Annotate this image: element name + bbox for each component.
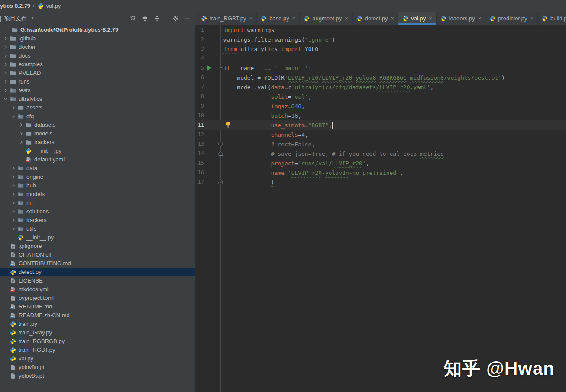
tree-item-models[interactable]: models (0, 190, 195, 199)
bulb-icon[interactable] (226, 122, 231, 129)
chevron-right-icon[interactable] (10, 200, 16, 206)
tree-item-cfg[interactable]: cfg (0, 112, 195, 121)
code-line-9[interactable]: 9 imgsz=640, (195, 101, 566, 111)
tree-item-pyproject.toml[interactable]: [t]pyproject.toml (0, 294, 195, 302)
chevron-right-icon[interactable] (3, 87, 9, 93)
tab-augment.py[interactable]: augment.py× (300, 12, 353, 25)
run-icon[interactable] (204, 65, 214, 71)
tree-item-train_RGBT.py[interactable]: train_RGBT.py (0, 346, 195, 354)
code-line-12[interactable]: 12 channels=4, (195, 130, 566, 139)
code-text[interactable]: if __name__ == '__main__': (223, 65, 312, 71)
tree-item-train_RGBRGB.py[interactable]: train_RGBRGB.py (0, 337, 195, 346)
chevron-right-icon[interactable] (10, 105, 16, 111)
code-text[interactable]: imgsz=640, (223, 103, 305, 109)
locate-icon[interactable] (129, 15, 136, 22)
code-line-6[interactable]: 6 model = YOLO(R'LLVIP_r20/LLVIP_r20-yol… (195, 73, 566, 82)
tab-close-icon[interactable]: × (249, 15, 253, 22)
tree-item-mkdocs.yml[interactable]: YMLmkdocs.yml (0, 285, 195, 294)
settings-icon[interactable] (172, 15, 179, 22)
breadcrumb-file[interactable]: val.py (46, 3, 61, 9)
tree-item-PVELAD[interactable]: PVELAD (0, 69, 195, 77)
code-line-7[interactable]: 7 model.val(data=r'ultralytics/cfg/datas… (195, 82, 566, 92)
fold-marker-icon[interactable] (214, 141, 223, 147)
tree-item-utils[interactable]: utils (0, 225, 195, 233)
tree-item-val.py[interactable]: val.py (0, 354, 195, 363)
chevron-right-icon[interactable] (10, 183, 16, 189)
chevron-right-icon[interactable] (3, 70, 9, 76)
tree-item-LICENSE[interactable]: LICENSE (0, 276, 195, 285)
chevron-right-icon[interactable] (10, 165, 16, 171)
tree-item-examples[interactable]: examples (0, 60, 195, 69)
line-number[interactable]: 11 (195, 122, 204, 128)
tab-close-icon[interactable]: × (292, 15, 296, 22)
hide-icon[interactable] (184, 16, 191, 22)
line-number[interactable]: 9 (195, 103, 204, 109)
code-text[interactable]: ) (223, 179, 274, 186)
code-line-4[interactable]: 4 (195, 54, 566, 63)
line-number[interactable]: 4 (195, 55, 204, 61)
chevron-right-icon[interactable] (3, 79, 9, 85)
code-line-16[interactable]: 16 name='LLVIP_r20-yolov8n-no_pretrained… (195, 168, 566, 177)
line-number[interactable]: 14 (195, 151, 204, 157)
code-text[interactable]: from ultralytics import YOLO (223, 46, 318, 52)
line-number[interactable]: 10 (195, 112, 204, 119)
chevron-right-icon[interactable] (3, 35, 9, 42)
chevron-down-icon[interactable] (10, 113, 16, 119)
code-editor[interactable]: 1import warnings2warnings.filterwarnings… (195, 25, 566, 392)
code-line-11[interactable]: 11 use_simotm="RGBT", (195, 120, 566, 130)
tree-item-README.zh-CN.md[interactable]: MDREADME.zh-CN.md (0, 311, 195, 320)
tree-item-nn[interactable]: nn (0, 199, 195, 207)
chevron-right-icon[interactable] (3, 44, 9, 50)
tree-item-models[interactable]: models (0, 129, 195, 138)
tab-loaders.py[interactable]: loaders.py× (437, 12, 486, 25)
tab-val.py[interactable]: val.py× (398, 12, 437, 25)
tree-item-yolov8n.pt[interactable]: ?yolov8n.pt (0, 363, 195, 372)
code-line-15[interactable]: 15 project='runs/val/LLVIP_r20', (195, 158, 566, 168)
code-line-3[interactable]: 3from ultralytics import YOLO (195, 44, 566, 54)
tab-close-icon[interactable]: × (478, 15, 482, 22)
breadcrumb-project[interactable]: ytics-8.2.79 (0, 3, 30, 9)
tree-item-docs[interactable]: docs (0, 51, 195, 60)
chevron-right-icon[interactable] (18, 139, 24, 145)
line-number[interactable]: 17 (195, 179, 204, 185)
code-text[interactable]: warnings.filterwarnings('ignore') (223, 36, 335, 43)
tab-train_RGBT.py[interactable]: train_RGBT.py× (197, 12, 257, 25)
code-text[interactable]: use_simotm="RGBT", (223, 122, 333, 129)
dropdown-caret-icon[interactable]: ▼ (31, 16, 34, 20)
tree-item-ultralytics[interactable]: ultralytics (0, 95, 195, 103)
collapse-all-icon[interactable] (154, 15, 160, 22)
chevron-down-icon[interactable] (3, 96, 9, 102)
tree-item-train.py[interactable]: train.py (0, 320, 195, 328)
code-line-5[interactable]: 5if __name__ == '__main__': (195, 63, 566, 73)
tree-item-trackers[interactable]: trackers (0, 138, 195, 147)
line-number[interactable]: 1 (195, 27, 204, 33)
code-text[interactable]: project='runs/val/LLVIP_r20', (223, 160, 369, 167)
tree-item-default.yaml[interactable]: YMLdefault.yaml (0, 155, 195, 164)
code-text[interactable]: batch=16, (223, 112, 301, 119)
chevron-right-icon[interactable] (18, 122, 24, 128)
chevron-right-icon[interactable] (3, 53, 9, 59)
project-view-selector[interactable]: 项目文件 (4, 15, 27, 22)
expand-all-icon[interactable] (142, 15, 148, 22)
tree-item-engine[interactable]: engine (0, 173, 195, 181)
code-text[interactable]: model.val(data=r'ultralytics/cfg/dataset… (223, 84, 433, 90)
line-number[interactable]: 6 (195, 74, 204, 80)
tree-item-tests[interactable]: tests (0, 86, 195, 95)
tree-item-datasets[interactable]: datasets (0, 121, 195, 129)
code-text[interactable]: # save_json=True, # if you need to cal c… (223, 151, 444, 157)
code-text[interactable]: import warnings (223, 27, 274, 33)
tree-item-__init__.py[interactable]: __init__.py (0, 147, 195, 155)
tree-item-.github[interactable]: .github (0, 34, 195, 43)
line-number[interactable]: 13 (195, 141, 204, 147)
tab-build.py[interactable]: build.py× (538, 12, 566, 25)
fold-marker-icon[interactable] (214, 65, 223, 71)
tree-item-CITATION.cff[interactable]: CITATION.cff (0, 251, 195, 259)
tab-detect.py[interactable]: detect.py× (353, 12, 398, 25)
line-number[interactable]: 2 (195, 36, 204, 42)
tree-item-assets[interactable]: assets (0, 103, 195, 112)
tab-predictor.py[interactable]: predictor.py× (485, 12, 538, 25)
chevron-right-icon[interactable] (10, 191, 16, 197)
chevron-right-icon[interactable] (10, 174, 16, 180)
code-line-2[interactable]: 2warnings.filterwarnings('ignore') (195, 35, 566, 44)
line-number[interactable]: 16 (195, 170, 204, 176)
